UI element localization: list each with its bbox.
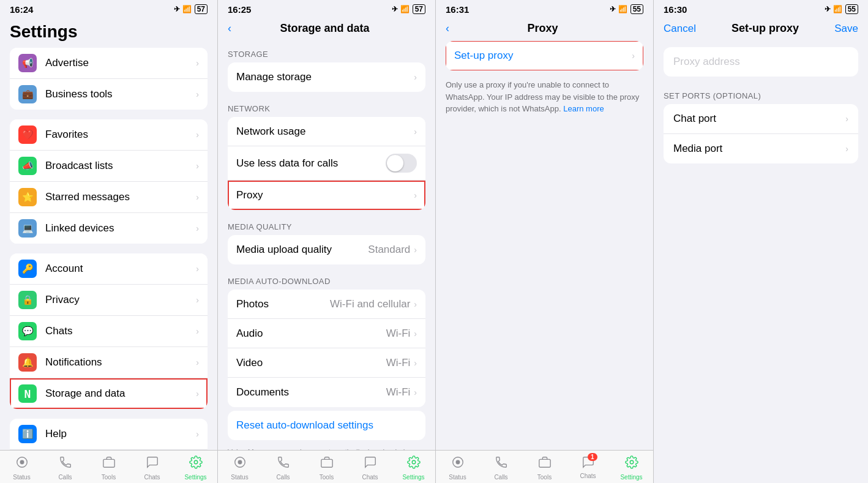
sidebar-item-notifications[interactable]: 🔔 Notifications › [10, 347, 208, 378]
storage-icon: N [18, 384, 37, 403]
manage-storage-chevron: › [414, 72, 417, 82]
photos-row[interactable]: Photos Wi-Fi and cellular › [228, 290, 425, 319]
time-4: 16:30 [664, 4, 687, 15]
media-upload-quality-row[interactable]: Media upload quality Standard › [228, 235, 425, 264]
chats-badge-3: 1 [588, 453, 597, 461]
svg-rect-2 [103, 459, 114, 467]
back-button-2[interactable]: ‹ [228, 22, 231, 35]
tab-status-2[interactable]: Status [218, 455, 261, 481]
linked-label: Linked devices [45, 222, 196, 234]
setup-proxy-label: Set-up proxy [454, 50, 632, 62]
storage-nav: ‹ Storage and data [218, 17, 435, 41]
cancel-button[interactable]: Cancel [664, 23, 696, 35]
sidebar-item-starred[interactable]: ⭐ Starred messages › [10, 182, 208, 213]
sidebar-item-favorites[interactable]: ❤️ Favorites › [10, 119, 208, 151]
tab-chats-2[interactable]: Chats [348, 455, 392, 481]
tab-chats-3[interactable]: 1 Chats [566, 455, 610, 481]
use-less-data-toggle[interactable] [386, 154, 417, 173]
tab-tools-label-1: Tools [102, 474, 116, 481]
notifications-label: Notifications [45, 356, 196, 369]
sidebar-item-business-tools[interactable]: 💼 Business tools › [10, 79, 208, 110]
status-icons-2: ✈ 📶 57 [392, 4, 425, 14]
notifications-chevron: › [196, 358, 199, 367]
tab-bar-3: Status Calls Tools 1 Chats Settings [436, 450, 653, 483]
calls-tab-icon-3 [495, 455, 508, 473]
proxy-info-text: Only use a proxy if you're unable to con… [436, 74, 653, 122]
tab-calls-2[interactable]: Calls [261, 455, 305, 481]
setup-proxy-row[interactable]: Set-up proxy › [446, 41, 643, 70]
audio-label: Audio [236, 328, 386, 340]
network-group: Network usage › Use less data for calls … [228, 117, 425, 210]
settings-title: Settings [0, 17, 217, 48]
calls-tab-icon [59, 455, 72, 473]
business-tools-label: Business tools [45, 88, 196, 100]
sidebar-item-privacy[interactable]: 🔒 Privacy › [10, 285, 208, 316]
business-tools-icon: 💼 [18, 85, 37, 103]
use-less-data-row[interactable]: Use less data for calls [228, 146, 425, 181]
documents-label: Documents [236, 386, 386, 399]
tab-settings-label-1: Settings [184, 474, 206, 481]
tab-tools-1[interactable]: Tools [87, 455, 130, 481]
video-label: Video [236, 357, 386, 369]
media-port-chevron: › [845, 144, 848, 154]
tools-tab-icon [102, 455, 116, 473]
proxy-nav-title: Proxy [454, 22, 631, 35]
photos-label: Photos [236, 298, 330, 310]
proxy-address-input[interactable] [664, 47, 858, 77]
advertise-icon: 📢 [18, 54, 37, 72]
manage-storage-row[interactable]: Manage storage › [228, 62, 425, 92]
save-button[interactable]: Save [834, 23, 858, 35]
media-upload-label: Media upload quality [236, 244, 368, 256]
video-row[interactable]: Video Wi-Fi › [228, 348, 425, 378]
tab-settings-3[interactable]: Settings [610, 455, 653, 481]
tab-status-1[interactable]: Status [0, 455, 43, 481]
footnote: Voice Messages are always automatically … [218, 444, 435, 450]
network-usage-chevron: › [414, 127, 417, 137]
tab-status-3[interactable]: Status [436, 455, 479, 481]
favorites-chevron: › [196, 130, 199, 140]
chats-icon: 💬 [18, 322, 37, 340]
tab-tools-3[interactable]: Tools [523, 455, 566, 481]
time-3: 16:31 [446, 4, 469, 15]
storage-section-header: Storage [218, 41, 435, 62]
tab-settings-2[interactable]: Settings [392, 455, 435, 481]
tab-calls-1[interactable]: Calls [43, 455, 87, 481]
reset-row[interactable]: Reset auto-download settings [228, 411, 425, 440]
status-bar-2: 16:25 ✈ 📶 57 [218, 0, 435, 17]
proxy-row[interactable]: Proxy › [228, 181, 425, 210]
ports-section-header: Set ports (optional) [654, 83, 868, 104]
business-tools-chevron: › [196, 89, 199, 99]
sidebar-item-account[interactable]: 🔑 Account › [10, 253, 208, 285]
network-usage-row[interactable]: Network usage › [228, 117, 425, 146]
sidebar-item-linked[interactable]: 💻 Linked devices › [10, 213, 208, 244]
back-button-3[interactable]: ‹ [446, 22, 449, 35]
tab-bar-1: Status Calls Tools Chats Settings [0, 450, 217, 483]
documents-row[interactable]: Documents Wi-Fi › [228, 378, 425, 407]
video-value: Wi-Fi [386, 357, 411, 369]
learn-more-link[interactable]: Learn more [563, 104, 604, 113]
media-upload-chevron: › [414, 245, 417, 255]
media-port-row[interactable]: Media port › [664, 134, 858, 163]
tab-settings-1[interactable]: Settings [174, 455, 217, 481]
sidebar-item-storage-data[interactable]: N Storage and data › [10, 378, 208, 409]
sidebar-item-help[interactable]: ℹ️ Help › [10, 419, 208, 450]
audio-row[interactable]: Audio Wi-Fi › [228, 319, 425, 348]
sidebar-item-broadcast-lists[interactable]: 📣 Broadcast lists › [10, 151, 208, 182]
tab-chats-1[interactable]: Chats [130, 455, 174, 481]
proxy-panel: 16:31 ✈ 📶 55 ‹ Proxy Set-up proxy › Only… [436, 0, 654, 483]
svg-point-1 [20, 460, 24, 464]
settings-group-3: 🔑 Account › 🔒 Privacy › 💬 Chats › [10, 253, 208, 409]
network-section-header: Network [218, 95, 435, 117]
reset-group: Reset auto-download settings [228, 411, 425, 440]
sidebar-item-chats[interactable]: 💬 Chats › [10, 316, 208, 347]
tab-tools-2[interactable]: Tools [305, 455, 348, 481]
svg-point-9 [456, 460, 460, 464]
proxy-nav: ‹ Proxy [436, 17, 653, 41]
tab-calls-label-3: Calls [494, 474, 507, 481]
sidebar-item-advertise[interactable]: 📢 Advertise › [10, 48, 208, 79]
chat-port-row[interactable]: Chat port › [664, 104, 858, 134]
svg-point-3 [194, 460, 198, 464]
proxy-setup-group: Set-up proxy › [446, 41, 643, 70]
tab-calls-3[interactable]: Calls [479, 455, 523, 481]
status-icons-3: ✈ 📶 55 [610, 4, 643, 14]
